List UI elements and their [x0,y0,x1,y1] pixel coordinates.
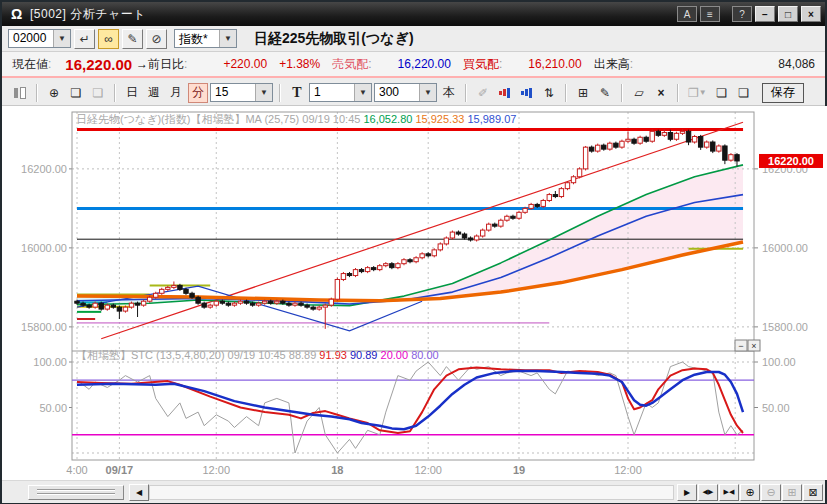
x-axis-label: 4:00 [66,464,87,476]
chevron-down-icon[interactable]: ▼ [255,84,272,101]
page-restore-button[interactable]: ❏ [88,83,108,103]
indicator-multi-button[interactable] [495,83,515,103]
scroll-right-button[interactable]: ▶ [677,484,697,501]
y-axis-label-left: 16200.00 [21,163,67,175]
grid-view-icon: ⊞ [787,486,796,499]
candle-style-button[interactable] [10,83,30,103]
bars-icon [507,88,510,98]
period-day-button[interactable]: 日 [122,83,142,103]
grid-icon: ⊞ [578,86,588,100]
maximize-button[interactable]: □ [778,6,798,22]
clear-symbol-button[interactable]: ⊘ [146,29,167,49]
bar-count-value: 300 [375,84,419,101]
time-scrollbar: ◀ ▶ ◀▶ ▶◀ ⊕ ⊖ ⊞ ⊠ [2,480,825,503]
help-button[interactable]: ? [732,6,752,22]
chevron-down-icon[interactable]: ▼ [219,30,236,47]
index-type-select[interactable]: 指数* ▼ [174,29,237,48]
separator [621,84,623,102]
window-title: [5002] 分析チャート [30,6,146,23]
clear-icon: ⊘ [151,32,161,46]
zoom-out-button[interactable]: ⊖ [761,484,781,501]
separator [114,84,116,102]
left-arrow-icon: ◀ [136,488,142,497]
app-window: Ω [5002] 分析チャート A ≡ ? − □ × 02000 ▼ ↵ ∞ … [0,0,827,504]
zoom-in-button[interactable]: ⊕ [740,484,760,501]
template-load-button[interactable]: ❏ [712,83,732,103]
stc-minimize-button-glyph: − [738,341,743,351]
index-type-value: 指数* [175,30,219,47]
colon: : [368,57,371,71]
period-week-button[interactable]: 週 [144,83,164,103]
last-price-value: 16,220.00 [65,56,132,73]
grid-view-button[interactable]: ⊞ [782,484,802,501]
change-label: 前日比 [148,56,184,73]
chevron-down-icon[interactable]: ▼ [53,30,70,47]
bid-label: 買気配 [463,56,499,73]
binoculars-icon: ∞ [104,32,113,46]
change-value: +220.00 [223,57,267,71]
sort-arrows-button[interactable]: ⇅ [539,83,559,103]
minute-interval-select[interactable]: 15 ▼ [210,83,273,102]
minute-interval-value: 15 [211,84,255,101]
chevron-down-icon[interactable]: ▼ [354,84,371,101]
stc-close-button-glyph: × [751,341,756,351]
candle-icon [20,87,26,99]
separator [677,84,679,102]
y-axis-label-right: 16000.00 [762,242,808,254]
scrollbar-track[interactable] [149,485,674,500]
template-save-button[interactable]: ❏ [734,83,754,103]
memo-button[interactable]: ✎ [122,29,143,49]
delete-all-button[interactable]: × [651,83,671,103]
ask-label: 売気配 [332,56,368,73]
expand-bars-button[interactable]: ◀▶ [698,484,718,501]
candle-icon [14,88,18,98]
ask-value: 16,220.00 [398,57,451,71]
page-design-button[interactable]: ❏ [66,83,86,103]
colon: : [184,57,187,71]
eraser-button[interactable]: ▱ [629,83,649,103]
zoom-mode-button[interactable]: ⊕ [44,83,64,103]
main-chart-legend: 日経先物(つなぎ)(指数)【相場塾】MA (25,75) 09/19 10:45… [76,113,516,125]
y-axis-label-right: 100.00 [762,356,796,368]
tick-unit-select[interactable]: 1 ▼ [309,83,372,102]
save-button[interactable]: 保存 [762,83,804,103]
volume-value: 84,086 [778,57,815,71]
bar-count-select[interactable]: 300 ▼ [374,83,437,102]
x-icon: × [657,86,664,100]
change-pct-value: +1.38% [279,57,320,71]
volume-label: 出来高 [594,56,630,73]
colon: : [499,57,502,71]
collapse-bars-button[interactable]: ▶◀ [719,484,739,501]
font-button[interactable]: A [677,6,697,22]
symbol-code-select[interactable]: 02000 ▼ [8,29,71,48]
right-arrow-icon: ▶ [684,488,690,497]
y-axis-label-left: 16000.00 [21,242,67,254]
apply-symbol-button[interactable]: ↵ [74,29,95,49]
tick-chart-button[interactable]: T [287,83,307,103]
symbol-search-button[interactable]: ∞ [98,29,119,49]
y-axis-label-left: 100.00 [33,356,67,368]
grid-settings-button[interactable]: ⊞ [573,83,593,103]
scroll-left-button[interactable]: ◀ [129,484,149,501]
draw-tool-button[interactable]: ✎ [595,83,615,103]
period-minute-button[interactable]: 分 [188,83,208,103]
brush-button[interactable]: ✐ [473,83,493,103]
minimize-button[interactable]: − [755,6,775,22]
instrument-title: 日経225先物取引(つなぎ) [254,30,414,48]
symbol-code-value: 02000 [9,30,53,47]
close-button[interactable]: × [801,6,821,22]
separator [36,84,38,102]
bar-unit-label: 本 [439,83,459,103]
copy-chart-button[interactable]: ❐▼ [685,83,710,103]
separator [565,84,567,102]
scroll-grip-handle[interactable] [28,485,124,500]
chevron-down-icon[interactable]: ▼ [419,84,436,101]
indicator-single-button[interactable] [517,83,537,103]
layout-list-button[interactable]: ≡ [700,6,720,22]
x-axis-label: 09/17 [106,464,134,476]
separator [279,84,281,102]
expand-icon: ◀▶ [703,488,714,496]
page-icon: ❏ [716,86,727,100]
close-view-button[interactable]: ⊠ [803,484,823,501]
period-month-button[interactable]: 月 [166,83,186,103]
